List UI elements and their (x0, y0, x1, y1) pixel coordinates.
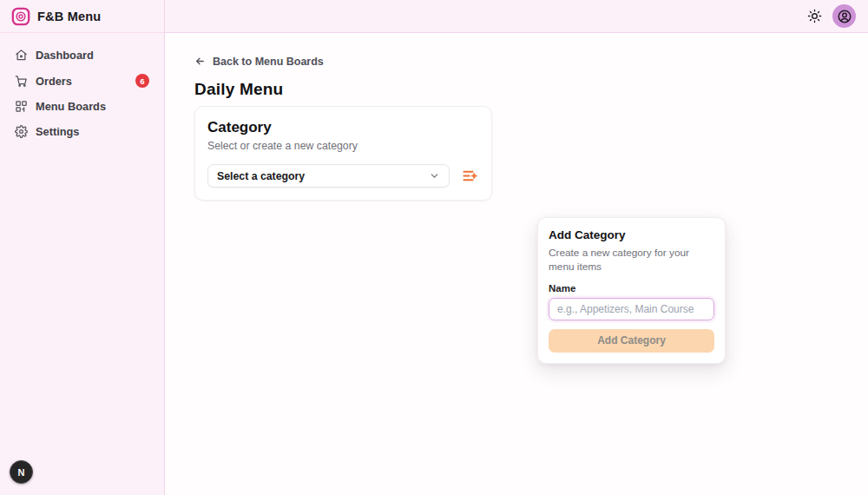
sidebar-item-label: Settings (36, 125, 79, 138)
dev-tools-button[interactable]: N (10, 460, 33, 484)
topbar (165, 0, 868, 33)
sidebar-item-dashboard[interactable]: Dashboard (9, 43, 155, 67)
cart-icon (15, 75, 28, 88)
logo-row: F&B Menu (0, 0, 164, 33)
sidebar-item-label: Dashboard (36, 49, 94, 62)
category-card: Category Select or create a new category… (194, 106, 492, 201)
orders-count-badge: 6 (135, 74, 149, 88)
category-select[interactable]: Select a category (207, 164, 450, 188)
category-select-value: Select a category (217, 170, 305, 182)
app-logo-icon (11, 7, 30, 26)
sidebar-item-settings[interactable]: Settings (9, 120, 155, 143)
grid-icon (15, 100, 28, 113)
category-name-input[interactable] (549, 298, 714, 320)
page-title: Daily Menu (194, 80, 868, 99)
back-link-label: Back to Menu Boards (213, 56, 324, 68)
arrow-left-icon (194, 56, 206, 67)
sidebar-nav: Dashboard Orders 6 Menu Boards Settings (0, 33, 164, 154)
category-card-title: Category (207, 119, 479, 136)
category-card-subtitle: Select or create a new category (207, 140, 479, 152)
user-avatar-button[interactable] (832, 4, 856, 28)
home-icon (15, 49, 28, 62)
right-column: Back to Menu Boards Daily Menu Category … (165, 0, 868, 495)
add-category-popover: Add Category Create a new category for y… (537, 217, 726, 364)
name-field-label: Name (549, 283, 714, 294)
sidebar-item-label: Orders (36, 75, 72, 88)
gear-icon (15, 125, 28, 138)
user-circle-icon (837, 9, 852, 24)
sidebar-item-menu-boards[interactable]: Menu Boards (9, 95, 155, 118)
sun-icon (807, 9, 822, 23)
app-title: F&B Menu (37, 10, 101, 23)
popover-description: Create a new category for your menu item… (549, 247, 714, 274)
popover-title: Add Category (549, 228, 714, 241)
add-category-submit-button[interactable]: Add Category (549, 329, 714, 353)
main-content: Back to Menu Boards Daily Menu Category … (165, 33, 868, 495)
category-select-row: Select a category (207, 164, 479, 188)
theme-toggle-button[interactable] (806, 7, 824, 25)
add-category-toggle-button[interactable] (461, 167, 479, 185)
sidebar-item-label: Menu Boards (36, 100, 106, 113)
chevron-down-icon (429, 170, 440, 182)
list-plus-icon (462, 168, 478, 184)
back-to-menu-boards-link[interactable]: Back to Menu Boards (194, 56, 324, 68)
sidebar-item-orders[interactable]: Orders 6 (9, 69, 155, 93)
app-root: F&B Menu Dashboard Orders 6 Menu Boards … (0, 0, 868, 495)
sidebar: F&B Menu Dashboard Orders 6 Menu Boards … (0, 0, 165, 495)
